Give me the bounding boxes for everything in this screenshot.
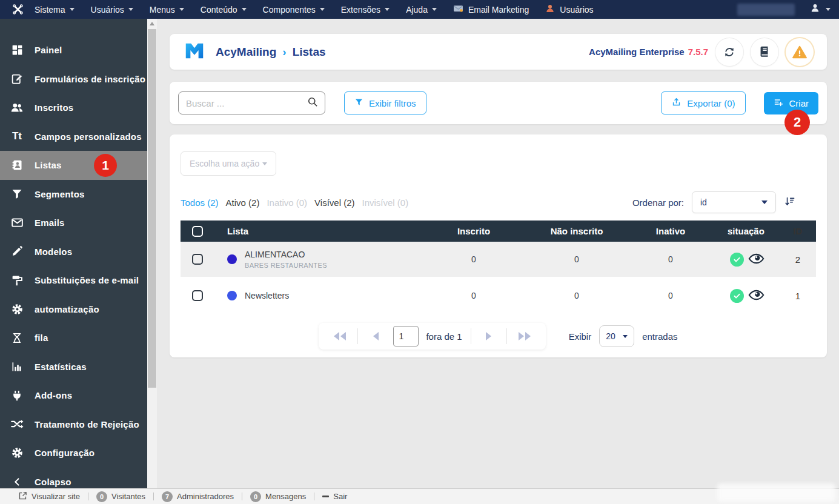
sidebar-item-colapso[interactable]: Colapso: [0, 468, 147, 489]
sidebar-item-listas[interactable]: Listas 1: [0, 151, 147, 180]
export-button[interactable]: Exportar (0): [661, 91, 745, 114]
status-active-icon[interactable]: [730, 289, 744, 303]
row-checkbox[interactable]: [192, 290, 203, 301]
sidebar-item-formularios[interactable]: Formulários de inscrição: [0, 65, 147, 94]
menu-usuarios[interactable]: Usuários: [91, 5, 133, 15]
menu-sistema[interactable]: Sistema: [35, 5, 75, 15]
sidebar-item-estatisticas[interactable]: Estatísticas: [0, 353, 147, 382]
chevron-down-icon[interactable]: [826, 8, 831, 11]
shortcut-label: Email Marketing: [468, 5, 529, 15]
documentation-button[interactable]: [751, 38, 778, 66]
sidebar-item-label: Colapso: [35, 477, 71, 487]
menu-conteudo[interactable]: Conteúdo: [201, 5, 247, 15]
scroll-up-arrow-icon[interactable]: [150, 22, 154, 25]
inactive-count: 0: [628, 254, 713, 264]
refresh-button[interactable]: [715, 38, 743, 66]
tab-visivel[interactable]: Visível (2): [314, 197, 354, 208]
sidebar-item-label: Segmentos: [35, 189, 85, 199]
edition-label: AcyMailing Enterprise: [589, 47, 685, 57]
inactive-count: 0: [628, 291, 713, 300]
chevron-left-icon: [9, 476, 25, 488]
sidebar-item-inscritos[interactable]: Inscritos: [0, 93, 147, 122]
menu-extensoes[interactable]: Extensões: [341, 5, 390, 15]
chevron-down-icon: [242, 8, 247, 11]
menu-label: Sistema: [35, 5, 65, 15]
select-all-checkbox[interactable]: [192, 226, 203, 237]
column-inativo[interactable]: Inativo: [628, 226, 713, 236]
acymailing-logo: [183, 39, 206, 65]
vertical-scrollbar[interactable]: [147, 19, 157, 488]
tab-inativo[interactable]: Inativo (0): [267, 197, 307, 208]
sidebar-item-configuracao[interactable]: Configuração: [0, 439, 147, 468]
pencil-icon: [9, 245, 25, 257]
search-input[interactable]: [186, 98, 307, 108]
show-filters-button[interactable]: Exibir filtros: [344, 91, 426, 114]
column-situacao[interactable]: situação: [713, 226, 780, 236]
column-inscrito[interactable]: Inscrito: [422, 226, 525, 236]
search-icon[interactable]: [307, 96, 319, 110]
menu-label: Menus: [150, 5, 175, 15]
previous-page-button[interactable]: [358, 323, 393, 350]
version-number[interactable]: 7.5.7: [688, 47, 708, 57]
menu-menus[interactable]: Menus: [150, 5, 184, 15]
scrollbar-thumb[interactable]: [148, 29, 156, 388]
row-checkbox[interactable]: [192, 254, 203, 265]
bulk-action-select[interactable]: Escolha uma ação: [181, 151, 276, 176]
status-active-icon[interactable]: [730, 253, 744, 267]
visibility-eye-icon[interactable]: [748, 290, 764, 302]
list-plus-icon: [774, 97, 784, 109]
toolbar-card: Exibir filtros Exportar (0) Criar 2: [170, 82, 827, 124]
administrators-count-badge: 7: [162, 491, 173, 502]
list-id: 1: [780, 291, 816, 301]
order-by-select[interactable]: id: [692, 191, 776, 213]
first-page-button[interactable]: [322, 323, 357, 350]
list-name[interactable]: Newsletters: [245, 291, 289, 300]
logout-link[interactable]: Sair: [322, 492, 347, 501]
shortcut-email-marketing[interactable]: Email Marketing: [453, 4, 529, 16]
visibility-eye-icon[interactable]: [748, 253, 764, 266]
shortcut-usuarios[interactable]: Usuários: [545, 4, 593, 15]
menu-ajuda[interactable]: Ajuda: [406, 5, 437, 15]
tab-invisivel[interactable]: Invisível (0): [362, 197, 409, 208]
sidebar-item-automatizacao[interactable]: automatização: [0, 295, 147, 324]
menu-componentes[interactable]: Componentes: [263, 5, 325, 15]
sidebar-item-substituicoes[interactable]: Substituições de e-mail: [0, 266, 147, 295]
sidebar-item-modelos[interactable]: Modelos: [0, 237, 147, 267]
column-nao-inscrito[interactable]: Não inscrito: [525, 226, 628, 236]
sort-direction-icon[interactable]: [784, 196, 795, 210]
sidebar-item-addons[interactable]: Add-ons: [0, 381, 147, 410]
table-row[interactable]: ALIMENTACAO BARES RESTAURANTES 0 0 0: [181, 242, 816, 277]
mail-icon: [453, 4, 463, 16]
sidebar-item-painel[interactable]: Painel: [0, 36, 147, 65]
export-label: Exportar (0): [687, 98, 735, 108]
tab-ativo[interactable]: Ativo (2): [226, 197, 260, 208]
sidebar-item-rejeicao[interactable]: Tratamento de Rejeição: [0, 410, 147, 439]
acymailing-sidebar: Painel Formulários de inscrição Inscrito…: [0, 19, 147, 488]
table-row[interactable]: Newsletters 0 0 0: [181, 277, 816, 314]
breadcrumb-app[interactable]: AcyMailing: [216, 45, 276, 59]
administrators-counter[interactable]: 7 Administradores: [162, 491, 234, 502]
column-id[interactable]: ID: [780, 226, 816, 236]
visitors-counter[interactable]: 0 Visitantes: [96, 491, 145, 502]
profile-icon[interactable]: [810, 3, 820, 16]
column-lista[interactable]: Lista: [214, 226, 422, 236]
redacted-watermark: [717, 483, 835, 502]
main-content: AcyMailing › Listas AcyMailing Enterpris…: [157, 19, 839, 488]
warning-button[interactable]: [786, 38, 814, 66]
list-name[interactable]: ALIMENTACAO: [245, 250, 327, 259]
sidebar-item-emails[interactable]: Emails: [0, 208, 147, 237]
last-page-button[interactable]: [507, 323, 542, 350]
sidebar-item-segmentos[interactable]: Segmentos: [0, 180, 147, 209]
next-page-button[interactable]: [471, 323, 506, 350]
tab-todos[interactable]: Todos (2): [181, 197, 219, 208]
view-site-link[interactable]: Visualizar site: [18, 491, 80, 502]
page-header-card: AcyMailing › Listas AcyMailing Enterpris…: [170, 34, 827, 70]
page-number-input[interactable]: [393, 326, 419, 346]
plug-icon: [9, 390, 25, 402]
sidebar-item-fila[interactable]: fila: [0, 323, 147, 353]
subscribed-count: 0: [422, 254, 525, 264]
sidebar-item-campos[interactable]: Tt Campos personalizados: [0, 122, 147, 151]
messages-counter[interactable]: 0 Mensagens: [250, 491, 306, 502]
per-page-select[interactable]: 20: [599, 325, 634, 347]
chevron-down-icon: [70, 8, 75, 11]
